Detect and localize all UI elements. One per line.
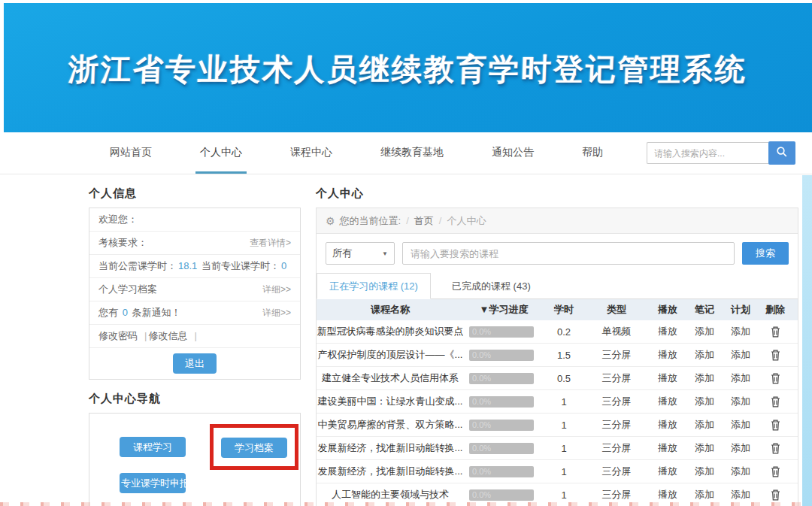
sidebar: 个人信息 欢迎您： 考核要求： 查看详情> 当前公需课学时：18.1 当前专业课… bbox=[89, 182, 301, 506]
course-name[interactable]: 发展新经济，找准新旧动能转换... bbox=[317, 441, 464, 455]
trash-icon bbox=[771, 326, 780, 337]
nav-item-education-base[interactable]: 继续教育基地 bbox=[376, 132, 448, 174]
site-search-button[interactable] bbox=[768, 141, 795, 165]
main-panel: 个人中心 ⚙ 您的当前位置: / 首页 / 个人中心 所有 ▼ 搜索 bbox=[316, 182, 798, 506]
trash-icon bbox=[771, 442, 780, 453]
archive-detail-link[interactable]: 详细>> bbox=[262, 283, 291, 296]
logout-button[interactable]: 退出 bbox=[173, 353, 217, 374]
change-info-link[interactable]: 修改信息 bbox=[148, 330, 187, 341]
delete-button[interactable] bbox=[759, 372, 792, 384]
add-note-link[interactable]: 添加 bbox=[686, 395, 723, 408]
play-link[interactable]: 播放 bbox=[649, 441, 686, 455]
course-name[interactable]: 中美贸易摩擦的背景、双方策略... bbox=[317, 418, 464, 432]
major-hours-value: 0 bbox=[281, 260, 286, 271]
play-link[interactable]: 播放 bbox=[649, 371, 686, 385]
tab-completed-courses[interactable]: 已完成的课程 (43) bbox=[431, 273, 552, 298]
add-plan-link[interactable]: 添加 bbox=[723, 488, 759, 501]
profile-section-title: 个人信息 bbox=[89, 186, 301, 201]
delete-button[interactable] bbox=[759, 465, 792, 477]
table-row: 新型冠状病毒感染的肺炎知识要点 0.0% 0.2 单视频 播放 添加 添加 bbox=[317, 320, 798, 344]
trash-icon bbox=[771, 349, 780, 360]
study-archive-button[interactable]: 学习档案 bbox=[221, 438, 287, 458]
header-course-name: 课程名称 bbox=[317, 303, 464, 317]
course-name[interactable]: 产权保护制度的顶层设计——《... bbox=[317, 348, 464, 362]
play-link[interactable]: 播放 bbox=[649, 418, 686, 432]
course-study-button[interactable]: 课程学习 bbox=[120, 437, 186, 457]
notice-prefix: 您有 bbox=[98, 307, 118, 318]
course-filter-select[interactable]: 所有 ▼ bbox=[326, 242, 395, 265]
center-nav-row2: 专业课学时申报 bbox=[120, 473, 300, 493]
play-link[interactable]: 播放 bbox=[649, 395, 686, 408]
progress-bar: 0.0% bbox=[469, 326, 534, 338]
delete-button[interactable] bbox=[759, 419, 792, 431]
add-note-link[interactable]: 添加 bbox=[686, 325, 723, 338]
breadcrumb-separator: / bbox=[406, 215, 409, 226]
add-plan-link[interactable]: 添加 bbox=[723, 418, 759, 432]
breadcrumb: ⚙ 您的当前位置: / 首页 / 个人中心 bbox=[317, 208, 798, 234]
delete-button[interactable] bbox=[759, 395, 792, 408]
add-note-link[interactable]: 添加 bbox=[686, 371, 723, 385]
course-name[interactable]: 发展新经济，找准新旧动能转换... bbox=[317, 465, 464, 478]
profile-box: 欢迎您： 考核要求： 查看详情> 当前公需课学时：18.1 当前专业课学时：0 … bbox=[89, 208, 301, 380]
table-row: 建设美丽中国：让绿水青山变成... 0.0% 1 三分屏 播放 添加 添加 bbox=[317, 390, 798, 414]
major-hours-apply-button[interactable]: 专业课学时申报 bbox=[120, 473, 186, 493]
assessment-detail-link[interactable]: 查看详情> bbox=[250, 237, 291, 250]
add-note-link[interactable]: 添加 bbox=[686, 418, 723, 432]
notice-text: 您有 0 条新通知！ bbox=[98, 306, 182, 320]
course-search-input[interactable] bbox=[402, 242, 735, 265]
nav-item-notices[interactable]: 通知公告 bbox=[487, 132, 538, 174]
tab-learning-courses[interactable]: 正在学习的课程 (12) bbox=[317, 273, 431, 299]
notice-detail-link[interactable]: 详细>> bbox=[262, 307, 291, 320]
add-plan-link[interactable]: 添加 bbox=[723, 348, 759, 362]
divider: | bbox=[144, 330, 147, 341]
delete-button[interactable] bbox=[759, 326, 792, 338]
add-note-link[interactable]: 添加 bbox=[686, 465, 723, 478]
course-name[interactable]: 建设美丽中国：让绿水青山变成... bbox=[317, 395, 464, 408]
add-note-link[interactable]: 添加 bbox=[686, 488, 723, 501]
page-title: 个人中心 bbox=[316, 186, 798, 201]
add-plan-link[interactable]: 添加 bbox=[723, 325, 759, 338]
course-name[interactable]: 建立健全专业技术人员信用体系 bbox=[317, 371, 464, 385]
course-name[interactable]: 新型冠状病毒感染的肺炎知识要点 bbox=[317, 325, 464, 338]
nav-item-website-home[interactable]: 网站首页 bbox=[105, 132, 156, 174]
banner-title: 浙江省专业技术人员继续教育学时登记管理系统 bbox=[68, 46, 748, 90]
nav-item-help[interactable]: 帮助 bbox=[577, 132, 607, 174]
course-name[interactable]: 人工智能的主要领域与技术 bbox=[317, 488, 464, 501]
header-plan: 计划 bbox=[723, 303, 759, 317]
course-filter-row: 所有 ▼ 搜索 bbox=[317, 234, 798, 273]
add-plan-link[interactable]: 添加 bbox=[723, 371, 759, 385]
header-play: 播放 bbox=[649, 303, 686, 317]
delete-button[interactable] bbox=[759, 442, 792, 454]
header-progress-sort[interactable]: ▼学习进度 bbox=[464, 303, 544, 317]
notice-suffix: 条新通知！ bbox=[132, 307, 180, 318]
add-plan-link[interactable]: 添加 bbox=[723, 395, 759, 408]
course-hours: 1 bbox=[544, 489, 584, 501]
site-search-input[interactable] bbox=[647, 142, 768, 164]
header-hours: 学时 bbox=[544, 303, 584, 317]
archive-label: 个人学习档案 bbox=[98, 283, 157, 296]
table-header: 课程名称 ▼学习进度 学时 类型 播放 笔记 计划 删除 bbox=[317, 299, 798, 320]
right-edge-strip bbox=[802, 175, 812, 506]
table-row: 产权保护制度的顶层设计——《... 0.0% 1.5 三分屏 播放 添加 添加 bbox=[317, 344, 798, 367]
breadcrumb-home-link[interactable]: 首页 bbox=[414, 214, 434, 228]
course-hours: 1.5 bbox=[544, 350, 584, 361]
add-plan-link[interactable]: 添加 bbox=[723, 441, 759, 455]
nav-item-personal-center[interactable]: 个人中心 bbox=[195, 132, 247, 174]
play-link[interactable]: 播放 bbox=[649, 325, 686, 338]
add-note-link[interactable]: 添加 bbox=[686, 348, 723, 362]
course-hours: 1 bbox=[544, 420, 584, 431]
play-link[interactable]: 播放 bbox=[649, 488, 686, 501]
delete-button[interactable] bbox=[759, 489, 792, 501]
delete-button[interactable] bbox=[759, 349, 792, 361]
change-password-link[interactable]: 修改密码 bbox=[98, 330, 138, 341]
logout-row: 退出 bbox=[89, 348, 300, 379]
play-link[interactable]: 播放 bbox=[649, 348, 686, 362]
play-link[interactable]: 播放 bbox=[649, 465, 686, 478]
select-value: 所有 bbox=[332, 247, 352, 260]
add-plan-link[interactable]: 添加 bbox=[723, 465, 759, 478]
add-note-link[interactable]: 添加 bbox=[686, 441, 723, 455]
progress-label: 0.0% bbox=[469, 443, 534, 454]
course-search-button[interactable]: 搜索 bbox=[742, 242, 789, 265]
hours-row: 当前公需课学时：18.1 当前专业课学时：0 bbox=[89, 255, 300, 278]
nav-item-course-center[interactable]: 课程中心 bbox=[286, 132, 337, 174]
